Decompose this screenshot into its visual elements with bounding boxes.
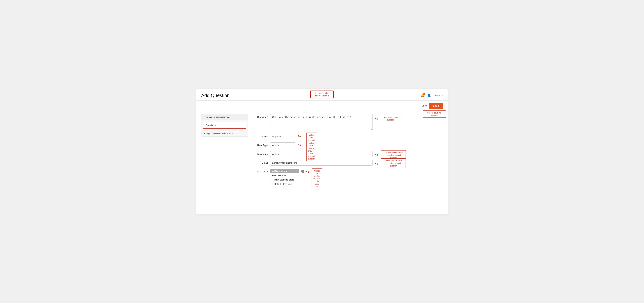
question-label: Question* xyxy=(252,114,270,118)
nickname-row: Nickname Admin ↩ Add nickname to show un… xyxy=(252,151,443,157)
chevron-down-icon: ▾ xyxy=(442,94,443,97)
storeview-option-default[interactable]: Default Store View xyxy=(270,182,299,186)
header-center-annotation: Add new product question details xyxy=(310,90,334,99)
question-textarea[interactable]: What are the washing care instructions f… xyxy=(270,114,373,130)
save-button[interactable]: Save xyxy=(429,103,443,109)
edit-icon: ✎ xyxy=(214,124,216,127)
usertype-tooltip-box: Select user type to show for the product… xyxy=(306,141,317,161)
nickname-field-wrap: Admin ↩ Add nickname to show under the p… xyxy=(270,151,373,157)
usertype-select[interactable]: Admin Guest Customer xyxy=(270,142,296,148)
question-row: Question* What are the washing care inst… xyxy=(252,114,443,130)
sidebar-section: QUESTION INFORMATION Details ✎ Assign Qu… xyxy=(201,114,248,137)
usertype-arrow: ↩ xyxy=(298,143,301,147)
status-select[interactable]: Approved Pending Rejected xyxy=(270,134,296,139)
email-input[interactable]: admin@meetanshi.com xyxy=(270,160,373,166)
admin-label: admin xyxy=(434,94,440,97)
admin-menu[interactable]: admin ▾ xyxy=(434,94,443,97)
page-header: Add Question Add new product question de… xyxy=(196,89,448,101)
question-field-wrap: What are the washing care instructions f… xyxy=(270,114,373,130)
status-arrow: ↩ xyxy=(298,134,301,139)
notification-badge: 1 xyxy=(422,93,425,95)
email-arrow: ↩ xyxy=(375,161,378,166)
header-right: 🔔 1 👤 admin ▾ xyxy=(420,93,443,97)
header-tooltip-box: Add new product question details xyxy=(310,90,334,99)
notification-icon[interactable]: 🔔 1 xyxy=(420,93,424,97)
status-row: Status Approved Pending Rejected ↩ Selec… xyxy=(252,134,443,139)
page-title: Add Question xyxy=(201,93,230,98)
email-label: Email xyxy=(252,160,270,164)
storeview-label: Store View xyxy=(252,169,270,173)
question-arrow: ↩ xyxy=(375,116,378,121)
usertype-label: User Type xyxy=(252,142,270,147)
storeview-tooltip-box: Assign the product question to the store… xyxy=(312,168,322,189)
usertype-row: User Type Admin Guest Customer ↩ Select … xyxy=(252,142,443,148)
email-tooltip-box: Add email ID to show under the product q… xyxy=(381,158,406,168)
storeview-option-mainwebsite[interactable]: Main Website xyxy=(270,173,299,178)
required-star: * xyxy=(267,116,268,118)
main-card: Add Question Add new product question de… xyxy=(196,89,448,215)
email-field-wrap: admin@meetanshi.com ↩ Add email ID to sh… xyxy=(270,160,373,166)
user-avatar-icon: 👤 xyxy=(427,93,431,97)
storeview-arrow: ↩ xyxy=(306,170,310,174)
details-label: Details xyxy=(206,124,213,127)
save-tooltip-annotation: Click to save the question xyxy=(422,110,446,118)
nickname-input[interactable]: Admin xyxy=(270,151,373,157)
sidebar: QUESTION INFORMATION Details ✎ Assign Qu… xyxy=(201,114,248,190)
question-tooltip-box: Add new product question xyxy=(380,115,402,122)
storeview-help-icon[interactable]: ? xyxy=(301,170,304,173)
arrow-left-icon: ← xyxy=(418,104,420,107)
back-button[interactable]: ← Back xyxy=(418,104,427,107)
form-area: Question* What are the washing care inst… xyxy=(252,114,443,190)
status-field-wrap: Approved Pending Rejected ↩ Select new p… xyxy=(270,134,301,139)
storeview-option-all[interactable]: All Store Views xyxy=(270,169,299,173)
page-body: QUESTION INFORMATION Details ✎ Assign Qu… xyxy=(196,111,448,195)
storeview-row: Store View All Store Views Main Website … xyxy=(252,169,443,186)
sidebar-item-details[interactable]: Details ✎ xyxy=(203,122,246,129)
nickname-arrow: ↩ xyxy=(375,153,378,157)
storeview-select[interactable]: All Store Views Main Website Main Websit… xyxy=(270,169,299,186)
storeview-option-mainstore[interactable]: Main Website Store xyxy=(270,178,299,182)
status-label: Status xyxy=(252,134,270,138)
storeview-field-wrap: All Store Views Main Website Main Websit… xyxy=(270,169,310,186)
nickname-label: Nickname xyxy=(252,151,270,155)
usertype-field-wrap: Admin Guest Customer ↩ Select user type … xyxy=(270,142,301,148)
sidebar-item-assign-products[interactable]: Assign Question to Products xyxy=(202,130,248,136)
email-row: Email admin@meetanshi.com ↩ Add email ID… xyxy=(252,160,443,166)
back-label: Back xyxy=(422,104,427,107)
sidebar-heading: QUESTION INFORMATION xyxy=(202,114,248,120)
action-bar: ← Back Save Click to save the question xyxy=(196,101,448,111)
